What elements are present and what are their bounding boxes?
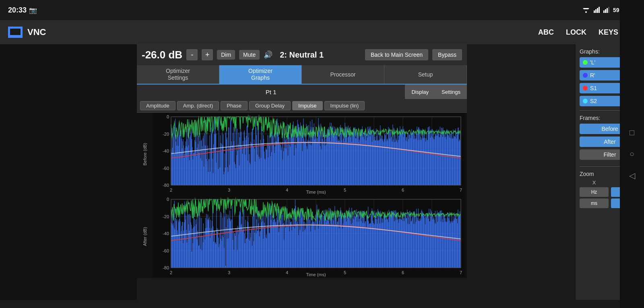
channel-s2-label: S2 xyxy=(590,98,597,104)
channel-s1-dot xyxy=(583,86,588,91)
vnc-icon xyxy=(8,27,23,38)
mute-button[interactable]: Mute xyxy=(239,50,260,60)
zoom-x-label: X xyxy=(580,180,609,186)
channel-r-dot xyxy=(583,73,588,78)
app-bar: VNC ABC LOCK KEYS ⋮ xyxy=(0,20,644,44)
after-graph-container: After (dB) xyxy=(137,195,467,278)
channel-r-label: R' xyxy=(590,72,595,79)
circle-nav-button[interactable]: ○ xyxy=(630,149,634,159)
keys-button[interactable]: KEYS xyxy=(599,28,618,37)
tab-optimizer-settings[interactable]: Optimizer Settings xyxy=(137,65,219,84)
device-bar: -26.0 dB - + Dim Mute 🔊 2: Neutral 1 Bac… xyxy=(137,44,467,65)
graph-type-amplitude[interactable]: Amplitude xyxy=(140,101,175,110)
svg-rect-10 xyxy=(608,7,609,13)
before-y-label: Before (dB) xyxy=(137,113,153,195)
tab-bar: Optimizer Settings Optimizer Graphs Proc… xyxy=(137,65,467,85)
before-graph-container: Before (dB) xyxy=(137,113,467,195)
app-title: VNC xyxy=(27,27,538,37)
channel-s2-dot xyxy=(583,99,588,103)
svg-rect-5 xyxy=(597,8,598,13)
graph-type-group-delay[interactable]: Group Delay xyxy=(249,101,291,110)
abc-button[interactable]: ABC xyxy=(538,28,554,37)
graph-header: Pt 1 Display Settings xyxy=(137,85,467,99)
speaker-icon: 🔊 xyxy=(264,50,272,59)
svg-rect-6 xyxy=(599,7,600,13)
volume-plus-button[interactable]: + xyxy=(202,49,213,60)
signal-icon-2 xyxy=(603,6,610,14)
graph-type-impulse-lin[interactable]: Impulse (lin) xyxy=(324,101,365,110)
channel-l-label: 'L' xyxy=(590,59,595,66)
preset-name-display: 2: Neutral 1 xyxy=(280,50,361,60)
android-nav: □ ○ ◁ xyxy=(620,0,644,308)
svg-point-2 xyxy=(585,11,587,13)
display-button[interactable]: Display xyxy=(405,85,435,99)
graph-type-bar: Amplitude Amp. (direct) Phase Group Dela… xyxy=(137,99,467,113)
channel-l-dot xyxy=(583,60,588,65)
after-y-label: After (dB) xyxy=(137,195,153,278)
after-graph-area xyxy=(153,195,467,278)
graph-point-label: Pt 1 xyxy=(137,89,405,95)
svg-rect-13 xyxy=(13,35,17,37)
back-nav-button[interactable]: ◁ xyxy=(629,171,635,180)
tab-optimizer-graphs[interactable]: Optimizer Graphs xyxy=(219,65,302,84)
volume-minus-button[interactable]: - xyxy=(186,49,198,60)
graph-type-phase[interactable]: Phase xyxy=(221,101,248,110)
time-display: 20:33 xyxy=(8,6,27,14)
back-to-main-button[interactable]: Back to Main Screen xyxy=(365,49,428,60)
zoom-hz-button[interactable]: Hz xyxy=(580,187,609,197)
signal-icon xyxy=(594,6,600,14)
channel-s1-label: S1 xyxy=(590,85,597,91)
after-graph-canvas xyxy=(153,195,465,278)
svg-rect-3 xyxy=(594,10,595,13)
square-nav-button[interactable]: □ xyxy=(630,128,634,137)
before-graph-canvas xyxy=(153,113,465,195)
main-content: -26.0 dB - + Dim Mute 🔊 2: Neutral 1 Bac… xyxy=(137,44,467,278)
tab-setup[interactable]: Setup xyxy=(384,65,467,84)
bypass-button[interactable]: Bypass xyxy=(432,49,462,60)
zoom-ms-button[interactable]: ms xyxy=(580,198,609,208)
svg-rect-4 xyxy=(595,9,597,13)
db-value-display: -26.0 dB xyxy=(142,49,182,61)
left-area xyxy=(0,44,137,300)
tab-processor[interactable]: Processor xyxy=(302,65,384,84)
settings-button[interactable]: Settings xyxy=(435,85,467,99)
before-graph-area xyxy=(153,113,467,195)
graph-type-amp-direct[interactable]: Amp. (direct) xyxy=(177,101,219,110)
lock-button[interactable]: LOCK xyxy=(566,28,586,37)
graph-type-impulse[interactable]: Impulse xyxy=(292,101,323,110)
wifi-icon xyxy=(582,6,590,14)
dim-button[interactable]: Dim xyxy=(217,50,235,60)
svg-rect-12 xyxy=(10,29,21,35)
camera-icon: 📷 xyxy=(29,6,37,14)
svg-rect-7 xyxy=(603,10,605,13)
status-bar: 20:33 📷 59 % 🔋 xyxy=(0,0,644,20)
svg-rect-9 xyxy=(607,8,608,13)
svg-rect-8 xyxy=(605,9,606,13)
